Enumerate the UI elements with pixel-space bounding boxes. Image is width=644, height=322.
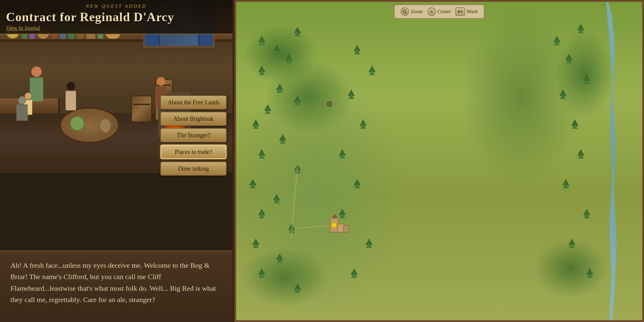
armored-head: [18, 96, 26, 104]
tree-m7: [339, 209, 346, 215]
panel-divider: [233, 0, 234, 322]
tree-r3: [565, 54, 572, 60]
tree-r11: [586, 268, 593, 275]
tree-m3: [348, 89, 355, 96]
tree-14: [273, 194, 280, 200]
tree-3: [294, 27, 301, 33]
tavern-table: [60, 107, 119, 143]
quest-title: Contract for Reginald D'Arcy: [6, 10, 227, 24]
tree-r10: [568, 239, 575, 245]
forest-center: [264, 60, 354, 134]
tree-r4: [583, 75, 590, 81]
quest-notification: NEW QUEST ADDED Contract for Reginald D'…: [0, 0, 233, 34]
tree-10: [279, 134, 286, 141]
map-controls: Zoom A Center RT Mark: [394, 4, 484, 19]
mark-control: RT Mark: [456, 7, 478, 16]
left-panel: NEW QUEST ADDED Contract for Reginald D'…: [0, 0, 233, 322]
tree-15: [258, 209, 265, 215]
table-item: [100, 119, 111, 132]
tree-8: [264, 104, 271, 111]
tree-18: [276, 253, 283, 260]
tree-4: [285, 54, 292, 60]
map-background: [234, 0, 644, 322]
rt-button: RT: [456, 7, 465, 16]
view-journal-link[interactable]: View In Journal: [6, 25, 40, 31]
tree-20: [294, 283, 301, 290]
mark-label: Mark: [467, 9, 478, 15]
npc-armored: [16, 96, 28, 121]
dialogue-btn-places-to-trade[interactable]: Places to trade?: [160, 145, 227, 159]
tree-m8: [366, 239, 373, 245]
player-marker: [331, 222, 337, 228]
tree-r5: [559, 89, 566, 96]
dialogue-btn-the-stranger[interactable]: The Stranger?: [160, 128, 227, 142]
a-button: A: [427, 7, 436, 16]
building-small: [343, 225, 349, 233]
tree-11: [258, 149, 265, 156]
tree-r7: [577, 149, 584, 156]
player-character: [66, 82, 76, 110]
zoom-control: Zoom: [401, 7, 423, 16]
tree-m6: [354, 179, 361, 185]
map-panel: Zoom A Center RT Mark: [234, 0, 644, 322]
tree-m9: [351, 268, 358, 275]
tower-roof: [332, 214, 338, 218]
tree-17: [252, 239, 259, 245]
tree-5: [258, 66, 265, 72]
player-head: [67, 82, 75, 90]
barrel-1: [131, 95, 152, 122]
player-body: [66, 91, 76, 110]
tree-r1: [577, 24, 584, 30]
svg-point-0: [403, 10, 406, 13]
forest-bottom-left: [240, 247, 330, 307]
armored-body: [16, 104, 28, 121]
tree-r9: [583, 209, 590, 215]
svg-line-1: [406, 13, 407, 14]
new-quest-label: NEW QUEST ADDED: [6, 4, 227, 9]
tree-7: [294, 95, 301, 102]
center-label: Center: [437, 9, 451, 15]
zoom-icon: [401, 7, 409, 16]
map-marker-creature: [327, 101, 332, 107]
bard-head: [157, 77, 165, 86]
tree-9: [252, 119, 259, 126]
dialogue-btn-about-brightoak[interactable]: About Brightoak: [160, 112, 227, 126]
bartender-head: [31, 66, 42, 77]
zoom-label: Zoom: [411, 9, 423, 15]
center-control: A Center: [427, 7, 451, 16]
tree-2: [273, 45, 280, 51]
tree-r6: [571, 119, 578, 126]
tree-1: [258, 36, 265, 42]
dialogue-btn-done-talking[interactable]: Done talking: [160, 162, 227, 176]
tree-13: [249, 179, 256, 185]
table-bowl: [70, 116, 85, 131]
tree-r8: [562, 179, 569, 185]
dialogue-box: Ah! A fresh face...unless my eyes deceiv…: [0, 250, 233, 322]
tree-m1: [354, 45, 361, 51]
tree-6: [276, 83, 283, 90]
tree-m2: [369, 66, 376, 72]
dialogue-btn-about-free-lands[interactable]: About the Free Lands: [160, 95, 227, 109]
tree-19: [258, 268, 265, 275]
tree-r2: [553, 36, 561, 42]
tree-m4: [360, 119, 367, 126]
dialogue-text: Ah! A fresh face...unless my eyes deceiv…: [10, 260, 222, 306]
tree-m5: [339, 149, 346, 156]
creature-icon: [327, 101, 332, 107]
dialogue-options: About the Free Lands About Brightoak The…: [160, 95, 227, 176]
